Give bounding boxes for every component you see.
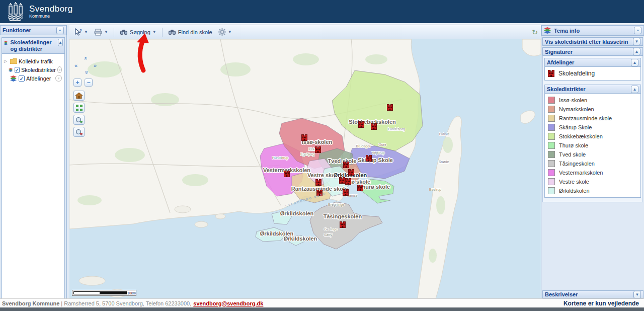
legend-item-district: Tved skole bbox=[545, 150, 640, 159]
magnifier-plus-icon bbox=[75, 117, 83, 123]
map-column: ? ▼ ▼ Sø bbox=[69, 25, 541, 298]
class-filter-title: Vis skoledistrikt efter klassetrin bbox=[545, 39, 628, 45]
pan-left-button[interactable]: « bbox=[74, 62, 77, 68]
zoom-in-button[interactable]: + bbox=[73, 79, 82, 87]
skoledistrikter-panel: Skoledistrikter ▲ Issø-skolenNymarkskole… bbox=[544, 85, 641, 198]
footer-email-link[interactable]: svendborg@svendborg.dk bbox=[193, 300, 263, 306]
map-navigation-controls: « « » « + − bbox=[72, 55, 103, 137]
brand-subtitle: Kommune bbox=[29, 14, 73, 19]
place-label: Bøstrup bbox=[429, 188, 442, 192]
find-your-school-button[interactable]: Find din skole bbox=[166, 27, 214, 37]
descriptions-bar[interactable]: Beskrivelser ▼ bbox=[542, 290, 643, 298]
tree-item-skoledistrikter[interactable]: ✓Skoledistrikter« bbox=[3, 65, 63, 74]
pointer-question-icon: ? bbox=[74, 28, 82, 36]
afdelinger-title: Afdelinger bbox=[547, 59, 574, 65]
next-extent-button[interactable] bbox=[73, 127, 85, 137]
collapse-left-sidebar-button[interactable]: « bbox=[56, 27, 64, 34]
color-swatch bbox=[548, 133, 555, 140]
footer-disclaimer: Kortene er kun vejledende bbox=[564, 300, 642, 307]
pan-down-button[interactable]: « bbox=[85, 69, 88, 75]
expand-class-filter-button[interactable]: ▼ bbox=[633, 38, 640, 45]
legend-label: Nymarkskolen bbox=[559, 106, 594, 112]
collapse-signatures-button[interactable]: ▲ bbox=[633, 48, 640, 55]
legend-item-district: Stokkebækskolen bbox=[545, 132, 640, 141]
skoledistrikter-panel-header: Skoledistrikter ▲ bbox=[545, 85, 640, 94]
district-label: Tved skole bbox=[328, 158, 357, 164]
legend-label: Tåsingeskolen bbox=[559, 161, 595, 167]
map-canvas[interactable]: KirkebyEgebjergHundstrupBrudagerOureVejs… bbox=[69, 39, 541, 298]
legend-item-district: Thurø skole bbox=[545, 141, 640, 150]
chevron-down-icon: ▼ bbox=[152, 30, 156, 34]
place-label: Lundeborg bbox=[388, 127, 405, 131]
settings-button[interactable]: ▼ bbox=[216, 27, 234, 37]
skoledistrikter-title: Skoledistrikter bbox=[547, 86, 585, 92]
legend-label: Stokkebækskolen bbox=[559, 133, 603, 139]
color-swatch bbox=[548, 169, 555, 176]
collapse-layers-panel-button[interactable]: ▲ bbox=[58, 39, 63, 46]
identify-tool-button[interactable]: ? ▼ bbox=[72, 27, 90, 37]
find-your-school-label: Find din skole bbox=[178, 29, 212, 35]
layer-options-icon[interactable]: « bbox=[57, 66, 62, 73]
theme-info-sidebar: Tema info » Vis skoledistrikt efter klas… bbox=[541, 25, 644, 298]
place-label: Egebjerg bbox=[300, 152, 314, 157]
signatures-bar[interactable]: Signaturer ▲ bbox=[542, 47, 643, 56]
refresh-map-icon[interactable]: ↻ bbox=[532, 28, 538, 36]
place-label: Snøde bbox=[439, 160, 449, 164]
magnifier-minus-icon bbox=[75, 129, 83, 135]
theme-info-header: Tema info » bbox=[541, 25, 644, 36]
chevron-down-icon: ▼ bbox=[104, 30, 108, 34]
school-building-icon bbox=[548, 70, 554, 77]
scale-label: 10km bbox=[127, 291, 136, 295]
legend-item-district: Issø-skolen bbox=[545, 96, 640, 105]
footer: Svendborg Kommune | Ramsherred 5, 5700 S… bbox=[0, 298, 644, 307]
layer-checkbox[interactable]: ✓ bbox=[19, 75, 25, 82]
place-label: Oure bbox=[378, 143, 386, 146]
search-button-label: Søgning bbox=[130, 29, 150, 35]
zoom-out-button[interactable]: − bbox=[85, 79, 93, 87]
print-button[interactable]: ▼ bbox=[92, 27, 110, 37]
collapse-skoledistrikter-button[interactable]: ▲ bbox=[631, 86, 638, 93]
toolbar-separator bbox=[114, 28, 114, 37]
collapse-right-sidebar-button[interactable]: » bbox=[634, 27, 641, 34]
legend-item-district: Ørkildskolen bbox=[545, 186, 640, 195]
color-swatch bbox=[548, 187, 555, 194]
color-swatch bbox=[548, 106, 555, 113]
map-image: KirkebyEgebjergHundstrupBrudagerOureVejs… bbox=[69, 39, 541, 298]
legend-label: Vestermarkskolen bbox=[559, 170, 603, 176]
binoculars-icon bbox=[168, 29, 176, 35]
collapse-afdelinger-button[interactable]: ▲ bbox=[631, 59, 638, 66]
brand-logo: Svendborg Kommune bbox=[7, 2, 73, 21]
district-label: Ørkildskolen bbox=[284, 236, 317, 242]
legend-item-district: Tåsingeskolen bbox=[545, 159, 640, 168]
district-label: Rantzausminde skole bbox=[291, 186, 348, 192]
tree-item-afdelinger[interactable]: ✓Afdelinger« bbox=[3, 74, 63, 83]
left-sidebar: Funktioner « Skoleafdelinger og distrikt… bbox=[0, 25, 67, 298]
toolbar-separator bbox=[162, 28, 163, 37]
expand-icon[interactable]: ▷ bbox=[4, 59, 9, 63]
pan-up-button[interactable]: « bbox=[85, 55, 88, 61]
descriptions-title: Beskrivelser bbox=[545, 291, 578, 297]
functions-title: Funktioner bbox=[3, 27, 31, 33]
layer-checkbox[interactable]: ✓ bbox=[15, 67, 20, 73]
search-button[interactable]: Søgning ▼ bbox=[118, 27, 158, 37]
tree-item-label: Afdelinger bbox=[26, 75, 51, 82]
legend-item-district: Nymarkskolen bbox=[545, 105, 640, 114]
legend-label: Thurø skole bbox=[559, 142, 588, 148]
folder-icon bbox=[10, 58, 17, 64]
district-legend-list: Issø-skolenNymarkskolenRantzausminde sko… bbox=[545, 94, 640, 197]
afdelinger-panel-header: Afdelinger ▲ bbox=[545, 58, 640, 67]
legend-item-district: Vestre skole bbox=[545, 177, 640, 186]
full-extent-button[interactable] bbox=[73, 103, 85, 113]
district-label: Ørkildskolen bbox=[280, 210, 314, 216]
tree-item-kollektiv-trafik[interactable]: ▷Kollektiv trafik bbox=[3, 57, 63, 65]
legend-item-district: Vestermarkskolen bbox=[545, 168, 640, 177]
previous-extent-button[interactable] bbox=[73, 115, 85, 125]
chevron-down-icon: ▼ bbox=[228, 30, 232, 34]
layer-options-icon[interactable]: « bbox=[55, 75, 62, 82]
pan-right-button[interactable]: » bbox=[94, 62, 97, 68]
home-extent-button[interactable] bbox=[73, 91, 85, 101]
expand-descriptions-button[interactable]: ▼ bbox=[633, 291, 641, 298]
theme-info-title: Tema info bbox=[554, 28, 580, 34]
place-label: Lohals bbox=[439, 132, 450, 136]
class-filter-bar[interactable]: Vis skoledistrikt efter klassetrin ▼ bbox=[542, 37, 643, 46]
